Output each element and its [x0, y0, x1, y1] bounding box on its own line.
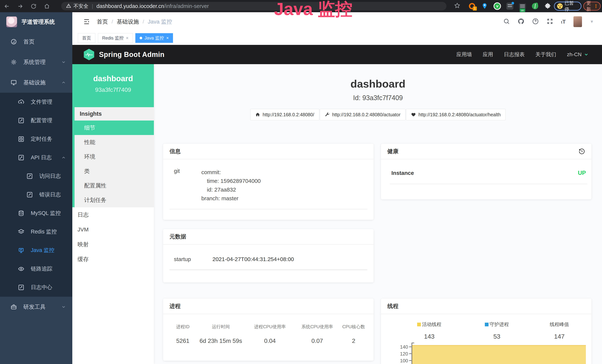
search-icon[interactable]	[503, 18, 510, 25]
legend-live-value: 143	[392, 333, 466, 340]
avatar-caret-icon[interactable]: ▼	[590, 19, 594, 24]
breadcrumb-infra[interactable]: 基础设施	[117, 18, 139, 26]
sidebar-item-trace[interactable]: 链路追踪	[0, 260, 72, 278]
sidebar-item-label: 配置管理	[31, 117, 52, 124]
sba-nav-applications[interactable]: 应用	[483, 51, 493, 58]
threads-chart: 140 120 100	[381, 344, 591, 364]
user-avatar[interactable]	[573, 16, 582, 27]
url-path[interactable]: /infra/admin-server	[164, 3, 209, 9]
sidebar-item-infra[interactable]: 基础设施	[0, 72, 72, 93]
bookmark-star-icon[interactable]	[454, 2, 461, 10]
legend-live-label: 活动线程	[422, 321, 441, 328]
sidebar-item-config[interactable]: 配置管理	[0, 111, 72, 130]
chevron-down-icon	[61, 304, 66, 309]
sba-menu-caches[interactable]: 缓存	[72, 252, 154, 267]
sidebar-item-job[interactable]: 定时任务	[0, 130, 72, 148]
sba-menu-details[interactable]: 细节	[75, 120, 154, 135]
extension-v-icon[interactable]: v	[493, 2, 501, 10]
health-url-button[interactable]: http://192.168.0.2:48080/actuator/health	[406, 109, 505, 120]
forward-icon[interactable]	[16, 2, 24, 11]
active-tab-dot	[140, 37, 142, 39]
font-size-icon[interactable]: tT	[561, 19, 566, 25]
tab-redis-monitor[interactable]: Redis 监控 ×	[98, 33, 133, 43]
sidebar-item-java[interactable]: Java 监控	[0, 241, 72, 260]
tab-java-monitor[interactable]: Java 监控 ×	[135, 33, 173, 43]
dashboard-icon	[10, 38, 17, 45]
sba-menu-classes[interactable]: 类	[75, 164, 154, 178]
reload-icon[interactable]	[29, 2, 38, 11]
instance-name: dashboard	[72, 74, 154, 83]
sidebar-item-errorlog[interactable]: 错误日志	[0, 185, 72, 204]
health-history-icon[interactable]	[579, 148, 585, 155]
profile-paused-chip[interactable]: 已暂停	[554, 2, 581, 11]
process-pid: 5261	[168, 337, 198, 344]
header-actions: tT ▼	[503, 12, 594, 31]
sidebar-item-file[interactable]: 文件管理	[0, 93, 72, 111]
breadcrumb-home[interactable]: 首页	[97, 18, 108, 26]
eye-icon	[18, 266, 24, 272]
sba-menu-metrics[interactable]: 性能	[75, 135, 154, 150]
locale-selector[interactable]: zh-CN	[567, 52, 589, 57]
tab-close-icon[interactable]: ×	[126, 36, 129, 40]
service-url-button[interactable]: http://192.168.0.2:48080/	[250, 109, 319, 120]
sba-menu-environment[interactable]: 环境	[75, 150, 154, 164]
instance-header[interactable]: dashboard 93a3fc7f7409	[72, 64, 154, 107]
sba-nav: 应用墙 应用 日志报表 关于我们 zh-CN	[456, 51, 589, 58]
card-threads-title: 线程	[381, 299, 591, 314]
extension-leaf-icon[interactable]	[531, 2, 539, 10]
card-threads: 线程 活动线程 143 守护进程 53 线程峰值 147	[381, 299, 591, 364]
sidebar-item-logcenter[interactable]: 日志中心	[0, 278, 72, 297]
tab-home[interactable]: 首页	[78, 33, 95, 43]
sba-nav-wallboard[interactable]: 应用墙	[456, 51, 472, 58]
spring-boot-admin-logo-icon	[84, 49, 94, 60]
extension-switch-icon[interactable]: on	[518, 2, 527, 10]
sidebar-item-redis[interactable]: Redis 监控	[0, 223, 72, 241]
extension-refresh-icon[interactable]: 1	[468, 2, 476, 10]
security-label[interactable]: 不安全	[74, 3, 88, 10]
sidebar-item-mysql[interactable]: MySQL 监控	[0, 204, 72, 223]
page: 不安全 | dashboard.yudao.iocoder.cn/infra/a…	[0, 0, 602, 364]
not-secure-warning-icon[interactable]	[66, 3, 71, 9]
help-icon[interactable]	[532, 18, 539, 25]
gear-icon	[10, 59, 17, 65]
extensions-puzzle-icon[interactable]	[544, 2, 552, 10]
info-git-label: git	[170, 168, 201, 203]
url-domain[interactable]: dashboard.yudao.iocoder.cn	[97, 3, 164, 9]
sba-brand[interactable]: Spring Boot Admin	[84, 49, 164, 60]
github-icon[interactable]	[518, 18, 524, 25]
sba-menu-configprops[interactable]: 配置属性	[75, 178, 154, 193]
tab-close-icon[interactable]: ×	[166, 36, 169, 40]
sidebar-item-accesslog[interactable]: 访问日志	[0, 167, 72, 185]
wrench-icon	[325, 112, 330, 117]
home-icon[interactable]	[43, 2, 51, 11]
sidebar-item-system[interactable]: 系统管理	[0, 52, 72, 72]
browser-menu-icon[interactable]: ⋮	[593, 5, 598, 7]
app-logo[interactable]: 芋道管理系统	[0, 12, 72, 32]
sba-nav-about[interactable]: 关于我们	[536, 51, 556, 58]
fullscreen-icon[interactable]	[547, 18, 553, 25]
legend-daemon-value: 53	[466, 333, 527, 340]
sidebar-item-apilog[interactable]: API 日志	[0, 148, 72, 167]
sba-menu-scheduledtasks[interactable]: 计划任务	[75, 193, 154, 207]
browser-update-button[interactable]: 更新 ⋮	[583, 2, 601, 11]
sba-menu-logs[interactable]: 日志	[72, 207, 154, 222]
card-metadata-title: 元数据	[163, 229, 374, 245]
sba-menu-jvm[interactable]: JVM	[72, 222, 154, 237]
java-monitor-icon	[18, 247, 24, 254]
legend-peak-label: 线程峰值	[550, 321, 569, 328]
sidebar-collapse-icon[interactable]	[83, 18, 90, 25]
extension-grid-icon[interactable]	[506, 2, 514, 10]
address-bar[interactable]: 不安全 | dashboard.yudao.iocoder.cn/infra/a…	[61, 2, 446, 11]
sidebar-item-devtools[interactable]: 研发工具	[0, 297, 72, 317]
sba-nav-journal[interactable]: 日志报表	[504, 51, 525, 58]
breadcrumb: 首页 / 基础设施 / Java 监控	[97, 12, 172, 31]
sidebar-item-home[interactable]: 首页	[0, 32, 72, 52]
process-col-header: 系统CPU使用率	[296, 324, 339, 330]
actuator-url-button[interactable]: http://192.168.0.2:48080/actuator	[320, 109, 406, 120]
extension-pin-icon[interactable]	[481, 2, 489, 10]
heartbeat-icon	[411, 112, 416, 117]
back-icon[interactable]	[3, 2, 11, 11]
sba-menu-mappings[interactable]: 映射	[72, 237, 154, 252]
sidebar-item-label: 定时任务	[31, 135, 52, 143]
sidebar-item-label: 文件管理	[31, 98, 52, 106]
